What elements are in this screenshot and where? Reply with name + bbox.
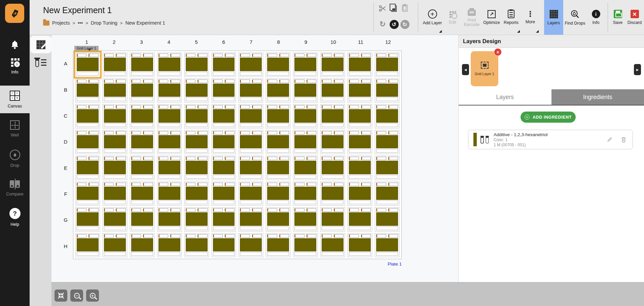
well-B5[interactable] bbox=[184, 79, 209, 103]
well-D7[interactable] bbox=[239, 130, 263, 154]
well-H9[interactable] bbox=[293, 233, 318, 257]
reports-button[interactable]: Reports bbox=[501, 0, 521, 35]
undo-button[interactable]: ↺ bbox=[389, 19, 399, 29]
well-A1[interactable] bbox=[75, 53, 100, 77]
info-button[interactable]: i Info bbox=[587, 0, 604, 35]
find-drops-button[interactable]: Find Drops bbox=[563, 0, 587, 35]
well-D4[interactable] bbox=[157, 130, 182, 154]
delete-layer-badge[interactable]: × bbox=[494, 48, 502, 56]
zoom-out-button[interactable]: − bbox=[70, 289, 83, 302]
grid-layer-chip[interactable]: Grid Layer 1 bbox=[74, 46, 99, 51]
well-F1[interactable] bbox=[75, 182, 100, 206]
well-H4[interactable] bbox=[157, 233, 182, 257]
well-A10[interactable] bbox=[320, 53, 345, 77]
well-H1[interactable] bbox=[75, 233, 100, 257]
well-H10[interactable] bbox=[320, 233, 345, 257]
well-G4[interactable] bbox=[157, 207, 182, 232]
layer-card[interactable]: Grid Layer 1 × bbox=[471, 51, 498, 86]
well-F7[interactable] bbox=[239, 182, 263, 206]
well-C1[interactable] bbox=[75, 104, 100, 128]
well-B1[interactable] bbox=[75, 79, 100, 103]
well-E6[interactable] bbox=[212, 156, 236, 180]
well-G10[interactable] bbox=[320, 207, 345, 232]
well-H3[interactable] bbox=[130, 233, 154, 257]
well-F12[interactable] bbox=[375, 182, 399, 206]
paste-button[interactable] bbox=[400, 3, 410, 13]
well-D6[interactable] bbox=[212, 130, 236, 154]
print-barcode-button[interactable]: PrintBarcode bbox=[462, 0, 482, 35]
well-A2[interactable] bbox=[103, 53, 127, 77]
well-E1[interactable] bbox=[75, 156, 100, 180]
more-button[interactable]: ⋮ More bbox=[521, 0, 540, 35]
add-ingredient-button[interactable]: + ADD INGREDIENT bbox=[521, 112, 576, 123]
fit-to-screen-button[interactable] bbox=[55, 289, 67, 302]
well-C6[interactable] bbox=[212, 104, 236, 128]
well-C7[interactable] bbox=[239, 104, 263, 128]
well-B11[interactable] bbox=[348, 79, 372, 103]
well-B6[interactable] bbox=[212, 79, 236, 103]
tab-layers[interactable]: Layers bbox=[459, 89, 551, 105]
well-D10[interactable] bbox=[320, 130, 345, 154]
well-G2[interactable] bbox=[103, 207, 127, 232]
well-G7[interactable] bbox=[239, 207, 263, 232]
cut-button[interactable] bbox=[378, 3, 388, 13]
ingredient-card[interactable]: Additive - 1,2,3-hexanetriol Conc: 1 1 M… bbox=[468, 130, 633, 149]
well-F5[interactable] bbox=[184, 182, 209, 206]
well-D2[interactable] bbox=[103, 130, 127, 154]
well-H8[interactable] bbox=[266, 233, 290, 257]
well-B3[interactable] bbox=[130, 79, 154, 103]
well-B12[interactable] bbox=[375, 79, 399, 103]
well-A4[interactable] bbox=[157, 53, 182, 77]
sidebar-item-drop[interactable]: Drop bbox=[0, 150, 30, 168]
carousel-left-arrow[interactable]: ◀ bbox=[462, 64, 469, 75]
redo-button[interactable]: ↻ bbox=[400, 19, 410, 29]
well-D8[interactable] bbox=[266, 130, 290, 154]
well-E7[interactable] bbox=[239, 156, 263, 180]
well-F8[interactable] bbox=[266, 182, 290, 206]
well-G11[interactable] bbox=[348, 207, 372, 232]
well-C4[interactable] bbox=[157, 104, 182, 128]
optimize-button[interactable]: ↗ Optimize bbox=[482, 0, 501, 35]
well-G12[interactable] bbox=[375, 207, 399, 232]
well-D1[interactable] bbox=[75, 130, 100, 154]
well-A7[interactable] bbox=[239, 53, 263, 77]
well-B7[interactable] bbox=[239, 79, 263, 103]
well-E4[interactable] bbox=[157, 156, 182, 180]
save-button[interactable]: Save bbox=[610, 0, 626, 35]
well-A9[interactable] bbox=[293, 53, 318, 77]
app-logo[interactable] bbox=[5, 4, 24, 23]
well-E11[interactable] bbox=[348, 156, 372, 180]
well-E5[interactable] bbox=[184, 156, 209, 180]
well-B8[interactable] bbox=[266, 79, 290, 103]
well-A5[interactable] bbox=[184, 53, 209, 77]
well-B9[interactable] bbox=[293, 79, 318, 103]
well-E12[interactable] bbox=[375, 156, 399, 180]
well-H11[interactable] bbox=[348, 233, 372, 257]
well-H12[interactable] bbox=[375, 233, 399, 257]
well-F4[interactable] bbox=[157, 182, 182, 206]
well-B2[interactable] bbox=[103, 79, 127, 103]
well-D5[interactable] bbox=[184, 130, 209, 154]
well-A3[interactable] bbox=[130, 53, 154, 77]
design-view-button[interactable] bbox=[30, 36, 51, 53]
well-F3[interactable] bbox=[130, 182, 154, 206]
sidebar-item-info[interactable]: Info bbox=[0, 57, 30, 74]
discard-button[interactable]: × Discard bbox=[626, 0, 643, 35]
well-C9[interactable] bbox=[293, 104, 318, 128]
sync-button[interactable]: ↻ bbox=[378, 19, 388, 29]
well-F6[interactable] bbox=[212, 182, 236, 206]
well-C10[interactable] bbox=[320, 104, 345, 128]
well-F9[interactable] bbox=[293, 182, 318, 206]
well-E8[interactable] bbox=[266, 156, 290, 180]
layers-button[interactable]: Layers bbox=[544, 0, 563, 35]
well-F11[interactable] bbox=[348, 182, 372, 206]
sidebar-item-help[interactable]: ? Help bbox=[0, 208, 30, 227]
ingredient-list-view-button[interactable] bbox=[32, 55, 49, 70]
well-G3[interactable] bbox=[130, 207, 154, 232]
well-E3[interactable] bbox=[130, 156, 154, 180]
breadcrumb-item-drop-tuning[interactable]: Drop Tuning bbox=[91, 20, 117, 26]
sidebar-item-well[interactable]: Well bbox=[0, 120, 30, 137]
well-C8[interactable] bbox=[266, 104, 290, 128]
well-C12[interactable] bbox=[375, 104, 399, 128]
copy-button[interactable] bbox=[389, 3, 399, 13]
